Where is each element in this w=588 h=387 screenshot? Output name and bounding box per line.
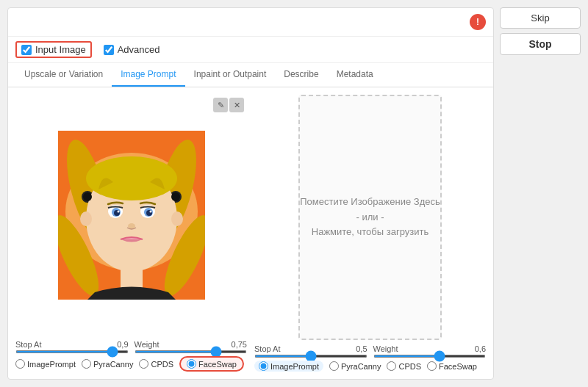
slot1-radio-pyracanny[interactable]: PyraCanny: [82, 359, 133, 369]
slot2-radio-pyracanny[interactable]: PyraCanny: [329, 361, 381, 371]
svg-point-17: [149, 211, 151, 213]
slot2-radio-imageprompt[interactable]: ImagePrompt: [254, 361, 323, 372]
drop-text-line3: Нажмите, чтобы загрузить: [312, 225, 429, 240]
prompt-bar: a girl reading a book !: [8, 8, 493, 37]
svg-point-23: [171, 192, 180, 201]
tab-image-prompt[interactable]: Image Prompt: [112, 63, 184, 87]
tab-upscale-variation[interactable]: Upscale or Variation: [15, 63, 112, 87]
slot2-stop-at: Stop At 0,5: [254, 344, 368, 358]
uploaded-image-container: ✎ ✕: [15, 95, 247, 336]
slot2-controls: Stop At 0,5 Weight 0,6: [254, 344, 486, 372]
svg-rect-21: [121, 267, 143, 289]
input-image-checkbox-label[interactable]: Input Image: [15, 41, 92, 58]
prompt-input[interactable]: a girl reading a book: [15, 17, 464, 28]
advanced-label: Advanced: [118, 44, 160, 55]
slot1-radio-group: ImagePrompt PyraCanny CPDS FaceSwap: [15, 356, 247, 372]
drop-text-line2: - или -: [356, 210, 384, 225]
svg-point-20: [171, 211, 183, 226]
svg-point-19: [80, 211, 92, 226]
tabs-bar: Upscale or Variation Image Prompt Inpain…: [8, 63, 493, 87]
skip-button[interactable]: Skip: [500, 7, 581, 29]
stop-button[interactable]: Stop: [500, 33, 581, 55]
slot1-radio-faceswap[interactable]: FaceSwap: [179, 356, 244, 372]
slot1-stop-at: Stop At 0,9: [15, 340, 129, 353]
tab-inpaint-outpaint[interactable]: Inpaint or Outpaint: [185, 63, 276, 87]
slot1-stop-at-slider[interactable]: [15, 350, 129, 353]
slot2-radio-faceswap[interactable]: FaceSwap: [427, 361, 477, 371]
slot1-radio-cpds[interactable]: CPDS: [139, 359, 173, 369]
right-buttons: Skip Stop: [500, 7, 581, 380]
slot1-controls: Stop At 0,9 Weight 0,75: [15, 340, 247, 372]
close-icon: ✕: [234, 101, 240, 110]
slot1-radio-imageprompt[interactable]: ImagePrompt: [15, 359, 76, 369]
svg-point-16: [117, 211, 119, 213]
images-area: ✎ ✕ Stop At 0,9: [8, 87, 493, 379]
drop-text-line1: Поместите Изображение Здесь: [300, 195, 440, 210]
slot1-weight: Weight 0,75: [135, 340, 248, 353]
options-bar: Input Image Advanced: [8, 37, 493, 63]
advanced-checkbox-label[interactable]: Advanced: [104, 44, 160, 55]
slot2-weight: Weight 0,6: [373, 344, 487, 358]
slot2-stop-at-slider[interactable]: [254, 355, 368, 358]
drop-zone[interactable]: Поместите Изображение Здесь - или - Нажм…: [298, 95, 442, 340]
svg-point-9: [86, 156, 177, 200]
input-image-checkbox[interactable]: [21, 45, 32, 55]
image-edit-button[interactable]: ✎: [213, 98, 228, 112]
tab-metadata[interactable]: Metadata: [328, 63, 382, 87]
image-slot-2: Поместите Изображение Здесь - или - Нажм…: [254, 95, 486, 372]
girl-image: [58, 131, 205, 300]
input-image-label: Input Image: [35, 44, 86, 55]
tab-describe[interactable]: Describe: [275, 63, 327, 87]
edit-icon: ✎: [218, 101, 224, 110]
advanced-checkbox[interactable]: [104, 45, 114, 55]
slot2-radio-cpds[interactable]: CPDS: [387, 361, 421, 371]
image-close-button[interactable]: ✕: [229, 98, 244, 112]
slot2-weight-slider[interactable]: [373, 355, 487, 358]
alert-icon[interactable]: !: [470, 14, 486, 30]
image-slot-1: ✎ ✕ Stop At 0,9: [15, 95, 247, 372]
slot1-weight-slider[interactable]: [135, 350, 248, 353]
slot2-radio-group: ImagePrompt PyraCanny CPDS FaceSwap: [254, 361, 486, 372]
svg-point-22: [83, 192, 92, 201]
